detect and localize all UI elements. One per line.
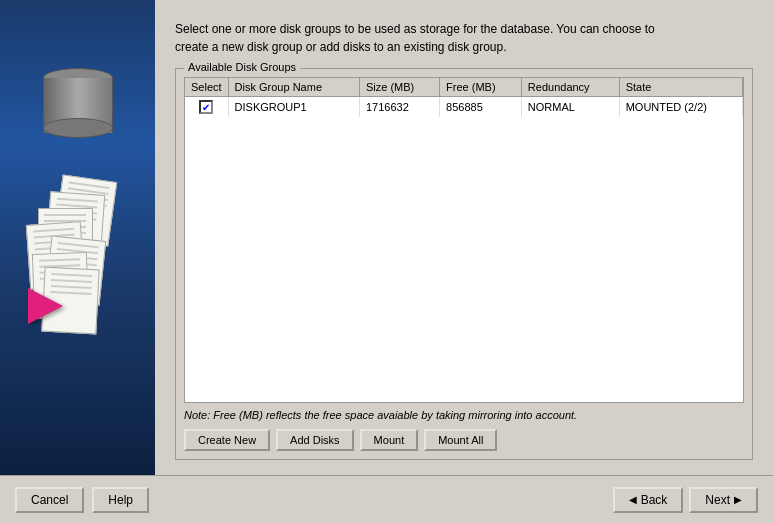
create-new-button[interactable]: Create New — [184, 429, 270, 451]
table-header-row: Select Disk Group Name Size (MB) Free (M… — [185, 78, 743, 97]
arrow-icon — [28, 288, 63, 324]
row-free: 856885 — [440, 97, 522, 118]
col-size: Size (MB) — [359, 78, 439, 97]
back-button[interactable]: ◀ Back — [613, 487, 684, 513]
document-stack — [23, 158, 133, 338]
row-checkbox-cell[interactable]: ✔ — [185, 97, 228, 118]
next-label: Next — [705, 493, 730, 507]
mount-all-button[interactable]: Mount All — [424, 429, 497, 451]
next-arrow-icon: ▶ — [734, 494, 742, 505]
checkbox-checked[interactable]: ✔ — [199, 100, 213, 114]
description-text: Select one or more disk groups to be use… — [175, 20, 753, 56]
group-box-label: Available Disk Groups — [184, 61, 300, 73]
row-size: 1716632 — [359, 97, 439, 118]
row-state: MOUNTED (2/2) — [619, 97, 742, 118]
available-disk-groups-box: Available Disk Groups Select Disk Group … — [175, 68, 753, 460]
cancel-button[interactable]: Cancel — [15, 487, 84, 513]
col-state: State — [619, 78, 742, 97]
row-redundancy: NORMAL — [521, 97, 619, 118]
col-select: Select — [185, 78, 228, 97]
mount-button[interactable]: Mount — [360, 429, 419, 451]
left-panel — [0, 0, 155, 475]
left-panel-image — [13, 48, 143, 428]
disk-groups-table: Select Disk Group Name Size (MB) Free (M… — [185, 78, 743, 117]
right-panel: Select one or more disk groups to be use… — [155, 0, 773, 475]
note-text: Note: Free (MB) reflects the free space … — [184, 409, 744, 421]
row-disk-group-name: DISKGROUP1 — [228, 97, 359, 118]
add-disks-button[interactable]: Add Disks — [276, 429, 354, 451]
bottom-bar: Cancel Help ◀ Back Next ▶ — [0, 475, 773, 523]
help-button[interactable]: Help — [92, 487, 149, 513]
back-label: Back — [641, 493, 668, 507]
database-icon — [43, 68, 113, 138]
table-row[interactable]: ✔ DISKGROUP1 1716632 856885 NORMAL MOUNT… — [185, 97, 743, 118]
bottom-left-buttons: Cancel Help — [15, 487, 149, 513]
back-arrow-icon: ◀ — [629, 494, 637, 505]
col-redundancy: Redundancy — [521, 78, 619, 97]
disk-groups-table-container: Select Disk Group Name Size (MB) Free (M… — [184, 77, 744, 403]
action-buttons: Create New Add Disks Mount Mount All — [184, 429, 744, 451]
col-name: Disk Group Name — [228, 78, 359, 97]
main-area: Select one or more disk groups to be use… — [0, 0, 773, 475]
bottom-right-buttons: ◀ Back Next ▶ — [613, 487, 758, 513]
cylinder-bottom — [43, 118, 113, 138]
col-free: Free (MB) — [440, 78, 522, 97]
next-button[interactable]: Next ▶ — [689, 487, 758, 513]
